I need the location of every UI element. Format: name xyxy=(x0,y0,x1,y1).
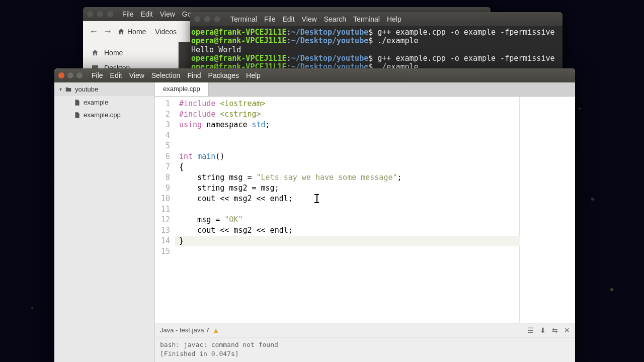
menu-file[interactable]: File xyxy=(92,71,103,79)
warning-icon: ▲ xyxy=(212,326,219,334)
sidebar-item-home[interactable]: Home xyxy=(83,45,178,60)
menu-terminal2[interactable]: Terminal xyxy=(353,15,380,23)
download-icon[interactable]: ⬇ xyxy=(540,326,546,334)
menu-edit[interactable]: Edit xyxy=(141,10,153,18)
tree-file-label: example.cpp xyxy=(84,111,121,119)
file-icon xyxy=(73,99,80,106)
maximize-icon[interactable] xyxy=(76,72,83,78)
breadcrumb-home[interactable]: Home xyxy=(117,28,146,36)
chevron-down-icon: ▾ xyxy=(59,86,62,92)
menu-find[interactable]: Find xyxy=(187,71,201,79)
sidebar-item-label: Home xyxy=(104,49,123,57)
home-icon xyxy=(117,28,125,36)
maximize-icon[interactable] xyxy=(107,11,113,17)
file-icon xyxy=(73,112,80,119)
nav-back-icon[interactable]: ← xyxy=(89,26,98,37)
minimize-icon[interactable] xyxy=(204,16,210,22)
tree-file-label: example xyxy=(84,99,108,106)
close-icon[interactable] xyxy=(87,11,93,17)
tree-file-example-cpp[interactable]: example.cpp xyxy=(54,109,154,121)
tab-example-cpp[interactable]: example.cpp xyxy=(155,82,209,96)
terminal-titlebar[interactable]: Terminal File Edit View Search Terminal … xyxy=(190,12,562,26)
console-title: Java - test.java:7 xyxy=(160,326,209,334)
home-label: Home xyxy=(127,28,146,36)
console-output[interactable]: bash: javac: command not found[Finished … xyxy=(155,337,575,361)
close-icon[interactable]: ✕ xyxy=(564,326,570,334)
menu-file[interactable]: File xyxy=(122,10,134,18)
tree-folder-label: youtube xyxy=(75,85,98,93)
menu-edit[interactable]: Edit xyxy=(282,15,294,23)
home-icon xyxy=(91,49,99,57)
menu-view[interactable]: View xyxy=(129,71,144,79)
editor-window: File Edit View Selection Find Packages H… xyxy=(54,68,575,362)
minimize-icon[interactable] xyxy=(67,72,73,78)
menu-packages[interactable]: Packages xyxy=(208,71,239,79)
nav-forward-icon[interactable]: → xyxy=(103,26,112,37)
minimize-icon[interactable] xyxy=(97,11,103,17)
menu-file[interactable]: File xyxy=(264,15,276,23)
menu-terminal[interactable]: Terminal xyxy=(230,15,257,23)
menu-search[interactable]: Search xyxy=(324,15,346,23)
editor-menu: File Edit View Selection Find Packages H… xyxy=(86,71,261,79)
copy-icon[interactable]: ☰ xyxy=(527,326,534,334)
tree-file-example[interactable]: example xyxy=(54,96,154,109)
folder-icon xyxy=(65,86,72,93)
line-number-gutter: 123456789101112131415 xyxy=(155,97,175,323)
terminal-menu: Terminal File Edit View Search Terminal … xyxy=(224,15,401,23)
menu-help[interactable]: Help xyxy=(246,71,261,79)
terminal-output[interactable]: opera@frank-VPCEJ1L1E:~/Desktop/youtube$… xyxy=(190,26,562,73)
code-editor[interactable]: 123456789101112131415 #include <iostream… xyxy=(155,97,575,323)
breadcrumb-current[interactable]: Videos xyxy=(151,26,181,38)
maximize-icon[interactable] xyxy=(214,16,220,22)
build-console: Java - test.java:7 ▲ ☰ ⬇ ⇆ ✕ bash: javac… xyxy=(155,323,575,362)
menu-view[interactable]: View xyxy=(302,15,317,23)
file-manager-menu: File Edit View Go xyxy=(117,10,191,18)
editor-titlebar[interactable]: File Edit View Selection Find Packages H… xyxy=(54,68,575,82)
file-tree: ▾ youtube example example.cpp xyxy=(54,82,155,362)
code-lines[interactable]: #include <iostream>#include <cstring>usi… xyxy=(175,97,575,323)
editor-tabs: example.cpp xyxy=(155,82,575,97)
menu-edit[interactable]: Edit xyxy=(110,71,122,79)
close-icon[interactable] xyxy=(58,72,64,78)
menu-selection[interactable]: Selection xyxy=(151,71,181,79)
close-icon[interactable] xyxy=(194,16,200,22)
menu-help[interactable]: Help xyxy=(387,15,401,23)
tree-folder-root[interactable]: ▾ youtube xyxy=(54,82,154,96)
settings-icon[interactable]: ⇆ xyxy=(552,326,558,334)
menu-view[interactable]: View xyxy=(160,10,175,18)
